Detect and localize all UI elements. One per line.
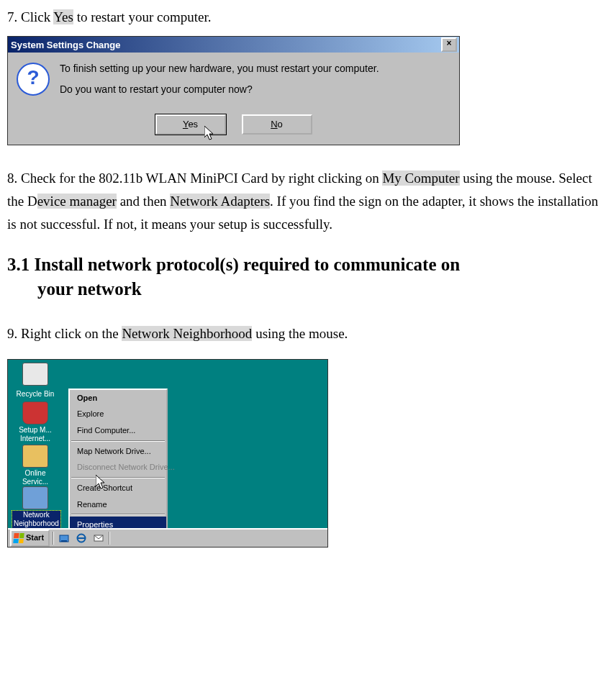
- menu-map-drive[interactable]: Map Network Drive...: [70, 443, 166, 460]
- svg-marker-0: [204, 126, 213, 140]
- highlight-network-adapters: Network Adapters: [170, 194, 270, 209]
- dialog-title: System Settings Change: [11, 40, 441, 51]
- dialog-titlebar: System Settings Change ×: [8, 37, 459, 53]
- msn-setup-icon[interactable]: Setup M... Internet...: [12, 401, 58, 445]
- yes-button[interactable]: Yes: [155, 114, 226, 135]
- online-services-icon[interactable]: Online Servic...: [12, 445, 58, 489]
- quick-launch-ie-icon[interactable]: [74, 531, 89, 545]
- network-neighborhood-icon[interactable]: Network Neighborhood: [12, 486, 58, 530]
- menu-find-computer[interactable]: Find Computer...: [70, 422, 166, 439]
- no-button[interactable]: No: [242, 114, 312, 135]
- highlight-my-computer: My Computer: [382, 171, 459, 186]
- menu-explore[interactable]: Explore: [70, 406, 166, 422]
- taskbar-separator: [53, 532, 54, 545]
- quick-launch-desktop-icon[interactable]: [57, 531, 71, 545]
- menu-separator: [71, 440, 165, 442]
- quick-launch-outlook-icon[interactable]: [91, 531, 106, 545]
- menu-rename[interactable]: Rename: [70, 496, 166, 513]
- menu-disconnect-drive: Disconnect Network Drive...: [70, 459, 166, 476]
- step-7-text: 7. Click Yes to restart your computer.: [7, 6, 609, 29]
- step-8-text: 8. Check for the 802.11b WLAN MiniPCI Ca…: [7, 167, 609, 237]
- system-settings-change-dialog: System Settings Change × To finish setti…: [7, 36, 460, 145]
- desktop-context-menu-screenshot: Recycle Bin Setup M... Internet... Onlin…: [7, 359, 328, 548]
- recycle-bin-icon[interactable]: Recycle Bin: [12, 363, 58, 401]
- windows-logo-icon: [13, 533, 24, 543]
- start-button[interactable]: Start: [10, 530, 50, 547]
- question-icon: [17, 63, 50, 96]
- highlight-yes: Yes: [53, 9, 73, 24]
- taskbar-separator: [109, 532, 110, 545]
- close-icon[interactable]: ×: [441, 37, 457, 52]
- menu-open[interactable]: Open: [70, 390, 166, 406]
- section-3-1-heading: 3.1 Install network protocol(s) required…: [7, 253, 609, 301]
- step-9-text: 9. Right click on the Network Neighborho…: [7, 322, 609, 345]
- highlight-network-neighborhood: Network Neighborhood: [122, 326, 252, 341]
- highlight-device-manager: evice manager: [37, 194, 117, 209]
- taskbar: Start: [8, 528, 327, 547]
- svg-rect-3: [61, 540, 67, 542]
- dialog-text: To finish setting up your new hardware, …: [60, 63, 452, 104]
- menu-separator: [71, 477, 165, 478]
- menu-create-shortcut[interactable]: Create Shortcut: [70, 480, 166, 496]
- menu-separator: [71, 514, 165, 515]
- context-menu: Open Explore Find Computer... Map Networ…: [68, 389, 168, 535]
